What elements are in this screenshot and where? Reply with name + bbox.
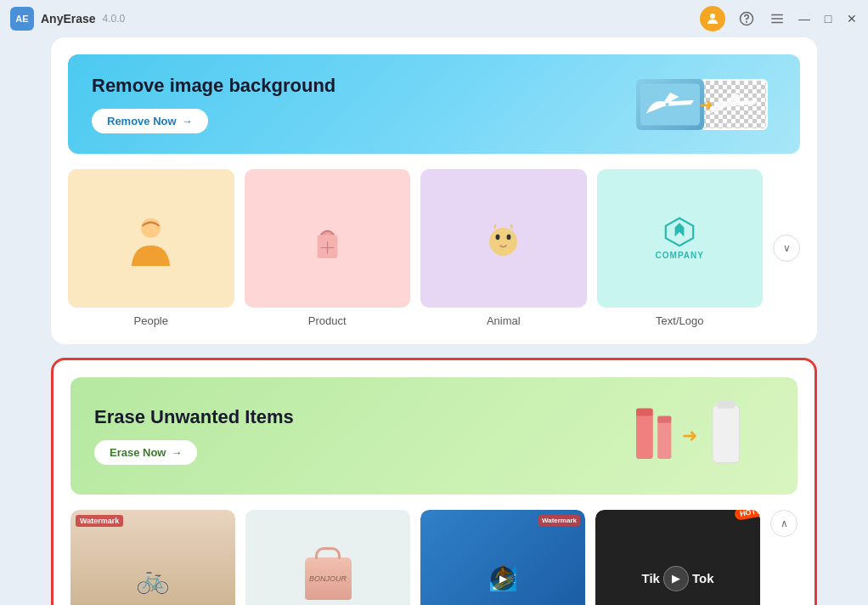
watermark-thumb: 🚲 Watermark — [70, 510, 235, 605]
tiktok-text: Tik — [642, 571, 660, 585]
erase-item-video-watermark[interactable]: 🏄 ▶ Watermark Video Watermark — [420, 510, 585, 605]
erase-now-button[interactable]: Erase Now → — [94, 440, 197, 465]
svg-point-10 — [141, 218, 161, 238]
svg-point-17 — [490, 228, 518, 256]
tiktok-text2: Tok — [692, 571, 714, 585]
svg-text:➜: ➜ — [682, 425, 697, 446]
tiktok-logo-area: Tik ▶ Tok — [642, 566, 714, 591]
app-name: AnyErase — [41, 12, 96, 25]
bag-illustration: BONJOUR — [305, 557, 352, 600]
app-logo: AE — [10, 7, 34, 31]
erase-category-grid: 🚲 Watermark Watermark BONJOUR — [70, 510, 760, 605]
erase-card: Erase Unwanted Items Erase Now → ➜ — [51, 358, 817, 605]
help-icon[interactable] — [737, 9, 756, 28]
svg-rect-21 — [636, 409, 653, 416]
animal-label: Animal — [487, 314, 521, 327]
erase-products-illustration: ➜ — [621, 398, 774, 474]
chevron-down-button[interactable]: ∨ — [773, 235, 800, 262]
product-label: Product — [308, 314, 347, 327]
product-thumb — [245, 169, 411, 308]
svg-rect-20 — [636, 413, 653, 459]
animal-thumb — [420, 169, 587, 308]
erase-category-wrapper: 🚲 Watermark Watermark BONJOUR — [70, 510, 798, 605]
category-item-textlogo[interactable]: COMPANY Text/Logo — [597, 169, 764, 327]
svg-point-7 — [665, 102, 668, 105]
svg-rect-22 — [657, 421, 671, 459]
category-item-product[interactable]: Product — [245, 169, 411, 327]
remove-banner-title: Remove image background — [92, 75, 335, 97]
bag-brand-text: BONJOUR — [309, 574, 347, 583]
category-item-animal[interactable]: Animal — [420, 169, 587, 327]
avatar[interactable] — [700, 6, 725, 31]
menu-icon[interactable] — [768, 9, 786, 28]
erase-item-watermark[interactable]: 🚲 Watermark Watermark — [70, 510, 235, 605]
svg-point-0 — [710, 14, 715, 19]
arrow-icon: ➜ — [699, 94, 713, 115]
company-text: COMPANY — [656, 251, 704, 260]
svg-rect-23 — [657, 416, 671, 423]
erase-banner: Erase Unwanted Items Erase Now → ➜ — [70, 377, 798, 495]
erase-banner-title: Erase Unwanted Items — [94, 406, 294, 428]
svg-rect-26 — [717, 401, 735, 409]
play-button-icon: ▶ — [491, 567, 515, 591]
people-label: People — [134, 314, 168, 327]
title-bar: AE AnyErase 4.0.0 — □ ✕ — [0, 0, 868, 37]
textlogo-label: Text/Logo — [656, 314, 703, 327]
category-item-people[interactable]: People — [68, 169, 234, 327]
main-container: Remove image background Remove Now → ➜ — [51, 37, 817, 605]
people-thumb — [68, 169, 234, 308]
bag-handle — [315, 547, 341, 559]
remove-now-button[interactable]: Remove Now → — [92, 109, 208, 133]
chevron-down-icon: ∨ — [783, 242, 791, 254]
erase-btn-arrow: → — [171, 446, 182, 459]
tiktok-play-circle: ▶ — [663, 566, 689, 591]
minimize-button[interactable]: — — [798, 13, 810, 25]
remove-banner-text: Remove image background Remove Now → — [92, 75, 335, 133]
video-watermark-thumb: 🏄 ▶ Watermark — [420, 510, 585, 605]
app-version: 4.0.0 — [103, 13, 126, 25]
plane-illustration: ➜ — [636, 79, 768, 130]
remove-btn-arrow: → — [182, 115, 193, 127]
remove-category-grid: People — [68, 169, 800, 327]
erase-banner-text: Erase Unwanted Items Erase Now → — [94, 406, 294, 465]
title-left: AE AnyErase 4.0.0 — [10, 7, 125, 31]
remove-background-card: Remove image background Remove Now → ➜ — [51, 37, 817, 344]
remove-btn-label: Remove Now — [107, 115, 177, 127]
erase-item-tiktok[interactable]: Tik ▶ Tok HOT! TikTok Logo — [595, 510, 760, 605]
textlogo-thumb: COMPANY — [597, 169, 764, 308]
remove-banner: Remove image background Remove Now → ➜ — [68, 54, 800, 154]
svg-point-18 — [496, 235, 500, 240]
svg-rect-25 — [713, 405, 740, 463]
erase-btn-label: Erase Now — [110, 446, 166, 459]
svg-point-19 — [507, 235, 511, 240]
company-logo-display: COMPANY — [656, 217, 704, 260]
close-button[interactable]: ✕ — [846, 13, 858, 25]
video-watermark-overlay: Watermark — [538, 515, 580, 526]
svg-point-2 — [747, 21, 747, 22]
maximize-button[interactable]: □ — [822, 13, 834, 25]
title-right: — □ ✕ — [700, 6, 858, 31]
chevron-up-icon: ∧ — [781, 517, 788, 529]
tiktok-thumb: Tik ▶ Tok HOT! — [595, 510, 760, 605]
video-scene: 🏄 ▶ Watermark — [420, 510, 585, 605]
watermark-overlay-label: Watermark — [76, 515, 123, 527]
plane-original-img — [636, 79, 704, 130]
erase-item-text[interactable]: BONJOUR Text — [245, 510, 410, 605]
chevron-up-button[interactable]: ∧ — [770, 510, 798, 537]
text-thumb: BONJOUR — [245, 510, 410, 605]
tiktok-bg: Tik ▶ Tok — [595, 510, 760, 605]
remove-category-items: People — [68, 169, 763, 327]
